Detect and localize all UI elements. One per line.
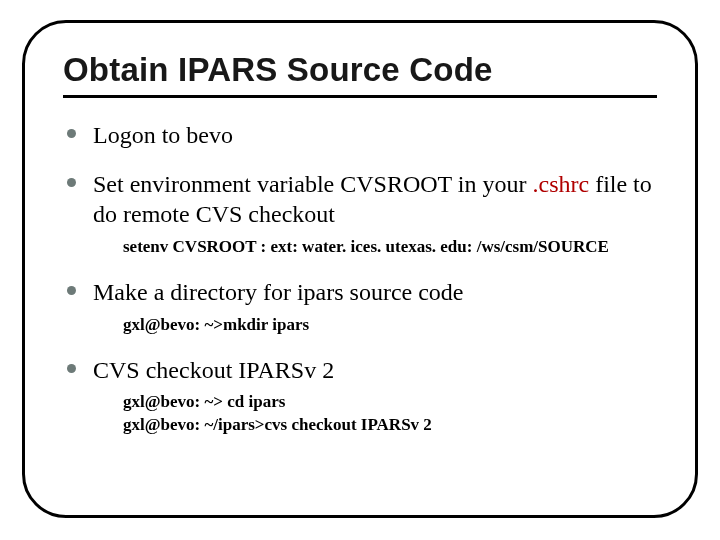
slide-frame: Obtain IPARS Source Code Logon to bevo S… (22, 20, 698, 518)
slide: Obtain IPARS Source Code Logon to bevo S… (0, 0, 720, 540)
command-block: gxl@bevo: ~> cd iparsgxl@bevo: ~/ipars>c… (93, 391, 657, 437)
bullet-item: Set environment variable CVSROOT in your… (63, 169, 657, 259)
bullet-item: Make a directory for ipars source code g… (63, 277, 657, 337)
bullet-text: Set environment variable CVSROOT in your… (93, 169, 657, 230)
bullet-text: Logon to bevo (93, 120, 657, 151)
bullet-list: Logon to bevo Set environment variable C… (63, 120, 657, 437)
bullet-pre: Set environment variable CVSROOT in your (93, 171, 533, 197)
bullet-item: Logon to bevo (63, 120, 657, 151)
command-line: gxl@bevo: ~>mkdir ipars (93, 314, 657, 337)
bullet-highlight: .cshrc (533, 171, 590, 197)
bullet-text: CVS checkout IPARSv 2 (93, 355, 657, 386)
bullet-item: CVS checkout IPARSv 2 gxl@bevo: ~> cd ip… (63, 355, 657, 438)
command-line: setenv CVSROOT : ext: water. ices. utexa… (93, 236, 657, 259)
slide-title: Obtain IPARS Source Code (63, 51, 657, 98)
bullet-text: Make a directory for ipars source code (93, 277, 657, 308)
